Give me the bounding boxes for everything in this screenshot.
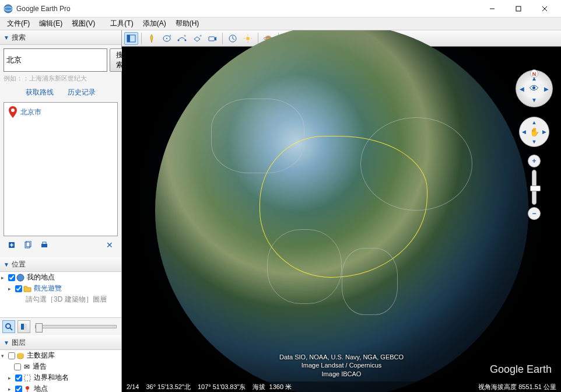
maximize-button[interactable] <box>505 1 531 17</box>
sidebar-toggle-icon[interactable] <box>124 32 138 45</box>
status-date: 2/14 <box>127 383 139 390</box>
pan-control[interactable]: ▲ ▼ ◀ ▶ ✋ <box>519 117 549 147</box>
pan-up-icon[interactable]: ▲ <box>532 120 537 125</box>
status-eye-label: 视角海拔高度 <box>478 383 517 390</box>
look-left-icon[interactable]: ◀ <box>520 86 524 92</box>
pan-left-icon[interactable]: ◀ <box>522 129 526 135</box>
app-icon <box>3 4 13 13</box>
menu-add[interactable]: 添加(A) <box>138 18 171 30</box>
placemark-icon[interactable] <box>145 32 159 45</box>
eye-icon[interactable]: 👁 <box>530 83 539 94</box>
zoom-slider[interactable] <box>532 170 537 205</box>
copy-search-icon[interactable] <box>22 240 34 250</box>
tab-history[interactable]: 历史记录 <box>68 88 96 97</box>
polygon-icon[interactable]: + <box>160 32 174 45</box>
tree-row-primary-db[interactable]: ▾ 主数据库 <box>0 350 121 361</box>
print-search-icon[interactable] <box>38 240 50 250</box>
search-result-item[interactable]: 北京市 <box>4 103 117 121</box>
overlay-icon[interactable]: + <box>190 32 204 45</box>
svg-point-23 <box>166 38 167 39</box>
menu-view[interactable]: 视图(V) <box>67 18 100 30</box>
result-label: 北京市 <box>20 107 41 117</box>
look-down-icon[interactable]: ▼ <box>531 97 537 103</box>
tab-directions[interactable]: 获取路线 <box>26 88 54 97</box>
places-layer-icon <box>23 385 33 393</box>
layers-tree: ▾ 主数据库 ✉ 通告 ▸ 边界和地名 ▸ 地点 <box>0 350 121 392</box>
time-slider-icon[interactable] <box>226 32 240 45</box>
pan-right-icon[interactable]: ▶ <box>542 129 546 135</box>
svg-point-13 <box>6 324 10 328</box>
menu-tools[interactable]: 工具(T) <box>106 18 138 30</box>
earth-globe[interactable] <box>155 30 528 392</box>
tree-row-announcements[interactable]: ✉ 通告 <box>0 361 121 372</box>
svg-rect-16 <box>24 324 27 330</box>
tree-row-places[interactable]: ▸ 地点 <box>0 383 121 392</box>
menu-edit[interactable]: 编辑(E) <box>34 18 67 30</box>
layers-panel-header[interactable]: ▼ 图层 <box>0 335 121 350</box>
borders-label: 边界和地名 <box>34 373 69 383</box>
search-example-text: 例如：​：​上海浦东新区世纪大 <box>3 74 118 83</box>
expander-icon[interactable]: ▸ <box>1 275 7 281</box>
clear-search-icon[interactable]: ✕ <box>104 240 115 250</box>
my-places-label: 我的地点 <box>27 272 55 282</box>
svg-rect-18 <box>24 375 30 381</box>
look-right-icon[interactable]: ▶ <box>544 86 549 92</box>
places-tree: ▸ 我的地点 ▸ 觀光遊覽 請勾選［3D 建築物］圖層 <box>0 272 121 317</box>
status-elev-label: 海拔 <box>253 383 265 390</box>
search-panel-header[interactable]: ▼ 搜索 <box>0 30 121 45</box>
tree-row-sightseeing[interactable]: ▸ 觀光遊覽 <box>0 283 121 294</box>
search-input[interactable] <box>3 48 107 72</box>
svg-rect-3 <box>516 6 521 11</box>
svg-text:+: + <box>169 34 171 38</box>
hand-icon[interactable]: ✋ <box>530 127 539 136</box>
find-tool-icon[interactable] <box>2 320 15 333</box>
expander-icon[interactable]: ▸ <box>8 375 14 381</box>
expander-icon[interactable]: ▸ <box>8 386 14 392</box>
sightseeing-label: 觀光遊覽 <box>34 284 62 293</box>
mail-icon: ✉ <box>22 363 31 371</box>
tree-row-my-places[interactable]: ▸ 我的地点 <box>0 272 121 283</box>
svg-line-14 <box>10 328 12 330</box>
compass-control[interactable]: N ▲ ▼ ◀ ▶ 👁 <box>516 70 553 107</box>
checkbox[interactable] <box>8 274 15 281</box>
look-up-icon[interactable]: ▲ <box>531 75 537 82</box>
save-search-icon[interactable] <box>6 240 17 250</box>
opacity-slider[interactable] <box>35 325 117 328</box>
play-tour-icon[interactable] <box>17 320 30 333</box>
sunlight-icon[interactable] <box>241 32 255 45</box>
svg-point-31 <box>246 37 250 40</box>
expander-icon[interactable]: ▾ <box>1 353 7 359</box>
pan-down-icon[interactable]: ▼ <box>532 139 537 145</box>
menu-file[interactable]: 文件(F) <box>2 18 34 30</box>
map-area: + + + <box>122 30 561 392</box>
expander-icon[interactable]: ▸ <box>8 286 14 292</box>
google-earth-logo: Google Earth <box>490 363 552 376</box>
checkbox[interactable] <box>15 285 22 292</box>
checkbox[interactable] <box>15 386 22 393</box>
globe-viewport[interactable]: Data SIO, NOAA, U.S. Navy, NGA, GEBCO Im… <box>122 47 561 392</box>
svg-point-6 <box>11 108 15 112</box>
record-tour-icon[interactable] <box>205 32 219 45</box>
zoom-out-button[interactable]: − <box>528 207 541 220</box>
checkbox[interactable] <box>14 363 21 370</box>
zoom-in-button[interactable]: + <box>528 155 541 167</box>
menu-help[interactable]: 帮助(H) <box>171 18 204 30</box>
layers-header-label: 图层 <box>12 338 26 348</box>
titlebar: Google Earth Pro <box>0 0 561 18</box>
places-toolbar <box>0 317 121 335</box>
status-elev-value: 1360 米 <box>269 383 292 390</box>
minimize-button[interactable] <box>479 1 505 17</box>
database-icon <box>16 352 26 360</box>
svg-point-19 <box>26 386 29 390</box>
svg-rect-21 <box>127 35 130 42</box>
checkbox[interactable] <box>8 352 15 359</box>
close-button[interactable] <box>531 1 558 17</box>
zoom-control[interactable]: + − <box>528 155 541 220</box>
menubar: 文件(F) 编辑(E) 视图(V) 工具(T) 添加(A) 帮助(H) <box>0 18 561 30</box>
places-panel-header[interactable]: ▼ 位置 <box>0 257 121 272</box>
tree-row-borders[interactable]: ▸ 边界和地名 <box>0 372 121 383</box>
path-icon[interactable]: + <box>175 32 189 45</box>
attrib-line1: Data SIO, NOAA, U.S. Navy, NGA, GEBCO <box>122 353 561 361</box>
checkbox[interactable] <box>15 374 22 382</box>
collapse-icon: ▼ <box>3 34 9 41</box>
